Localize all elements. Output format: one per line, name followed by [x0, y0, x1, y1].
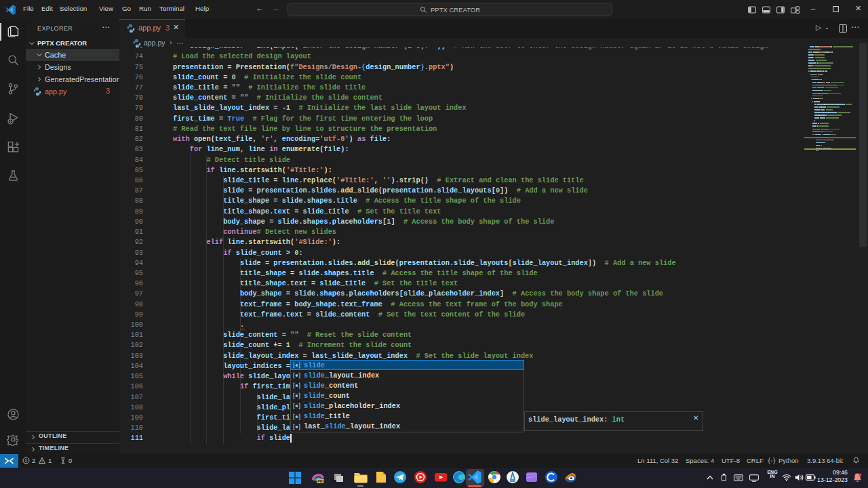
svg-text:PRO: PRO	[317, 479, 325, 483]
